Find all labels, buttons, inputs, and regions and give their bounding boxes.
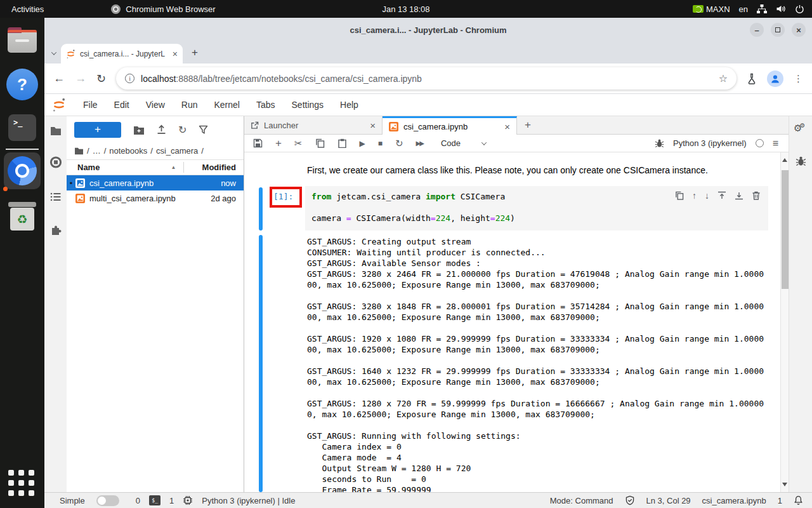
- new-launcher-button[interactable]: +: [74, 122, 121, 138]
- maximize-button[interactable]: [771, 23, 785, 37]
- minimize-button[interactable]: –: [750, 23, 764, 37]
- keyboard-layout-indicator[interactable]: en: [739, 4, 748, 14]
- current-file-name[interactable]: csi_camera.ipynb: [702, 496, 766, 505]
- debugger-bug-icon[interactable]: [655, 138, 664, 148]
- input-collapser[interactable]: [259, 187, 263, 231]
- breadcrumb-item[interactable]: notebooks: [109, 146, 147, 156]
- activities-button[interactable]: Activities: [0, 0, 55, 18]
- nvidia-power-mode[interactable]: MAXN: [693, 4, 730, 14]
- command-mode-indicator[interactable]: Mode: Command: [550, 496, 613, 505]
- chromium-app-icon[interactable]: [4, 152, 41, 189]
- site-info-icon[interactable]: i: [125, 74, 134, 83]
- file-row[interactable]: multi_csi_camera.ipynb2d ago: [67, 190, 244, 206]
- focused-app-indicator[interactable]: Chromium Web Browser: [111, 4, 215, 14]
- notebook-scrollbar[interactable]: [780, 152, 789, 492]
- menu-kernel[interactable]: Kernel: [206, 100, 247, 110]
- terminals-count[interactable]: 0: [136, 496, 140, 505]
- power-icon[interactable]: [795, 4, 804, 14]
- volume-icon[interactable]: [776, 4, 786, 13]
- menu-file[interactable]: File: [75, 100, 106, 110]
- menu-help[interactable]: Help: [332, 100, 367, 110]
- terminal-app-icon[interactable]: >_: [8, 114, 36, 141]
- notifications-count[interactable]: 1: [778, 496, 782, 505]
- filter-icon[interactable]: [199, 125, 208, 135]
- insert-cell-above-icon[interactable]: [717, 191, 726, 200]
- profile-avatar[interactable]: [767, 70, 783, 87]
- new-folder-icon[interactable]: [133, 125, 145, 135]
- labs-flask-icon[interactable]: [747, 73, 757, 84]
- tab-close-icon[interactable]: ×: [370, 121, 376, 130]
- running-sessions-icon[interactable]: [49, 156, 62, 168]
- cursor-position[interactable]: Ln 3, Col 29: [646, 496, 691, 505]
- browser-tab[interactable]: csi_camera.i... - JupyterL ×: [61, 44, 183, 64]
- forward-button[interactable]: →: [75, 72, 86, 85]
- file-browser-tab-icon[interactable]: [50, 126, 62, 136]
- table-of-contents-icon[interactable]: [50, 192, 62, 201]
- tab-csi-camera-notebook[interactable]: csi_camera.ipynb ×: [383, 116, 517, 135]
- restart-kernel-icon[interactable]: ↻: [395, 138, 403, 149]
- tab-close-icon[interactable]: ×: [504, 122, 510, 131]
- network-icon[interactable]: [757, 4, 767, 13]
- kernel-status-text[interactable]: Python 3 (ipykernel) | Idle: [202, 496, 295, 505]
- cell-type-dropdown[interactable]: Code: [441, 138, 486, 148]
- interrupt-kernel-icon[interactable]: ■: [378, 139, 383, 148]
- cut-cells-icon[interactable]: ✂: [294, 138, 303, 149]
- url-text[interactable]: localhost:8888/lab/tree/jetcam/notebooks…: [141, 74, 712, 84]
- insert-cell-icon[interactable]: +: [275, 137, 282, 150]
- notebook-content[interactable]: First, we create our camera class like t…: [244, 152, 789, 492]
- copy-cells-icon[interactable]: [315, 138, 325, 148]
- toolbar-menu-icon[interactable]: ≡: [773, 138, 778, 149]
- column-name[interactable]: Name: [67, 163, 100, 172]
- window-titlebar[interactable]: csi_camera.i... - JupyterLab - Chromium …: [44, 18, 812, 42]
- file-list-header[interactable]: Name ▲ Modified: [67, 159, 244, 175]
- save-icon[interactable]: [253, 138, 263, 148]
- menu-tabs[interactable]: Tabs: [248, 100, 284, 110]
- scroll-up-arrow[interactable]: [782, 158, 787, 162]
- property-inspector-icon[interactable]: ⚙⚙: [794, 123, 808, 134]
- upload-icon[interactable]: [157, 124, 166, 135]
- menu-settings[interactable]: Settings: [284, 100, 332, 110]
- move-cell-up-icon[interactable]: ↑: [692, 190, 697, 201]
- paste-cells-icon[interactable]: [337, 138, 347, 148]
- breadcrumb-item[interactable]: csi_camera: [156, 146, 198, 156]
- bookmark-star-icon[interactable]: ☆: [719, 72, 728, 84]
- restart-run-all-icon[interactable]: ▶▶: [416, 140, 423, 147]
- breadcrumb-item[interactable]: …: [93, 146, 101, 156]
- kernel-name[interactable]: Python 3 (ipykernel): [673, 138, 747, 148]
- column-modified[interactable]: Modified: [202, 163, 244, 172]
- duplicate-cell-icon[interactable]: [675, 191, 684, 200]
- help-app-icon[interactable]: ?: [6, 69, 38, 100]
- tab-close-icon[interactable]: ×: [173, 50, 178, 58]
- kernel-idle-icon[interactable]: [756, 139, 764, 147]
- bell-icon[interactable]: [794, 495, 803, 505]
- file-row[interactable]: •csi_camera.ipynbnow: [67, 175, 244, 190]
- run-cell-icon[interactable]: ▶: [360, 139, 365, 148]
- files-app-icon[interactable]: [8, 27, 37, 53]
- trash-app-icon[interactable]: ♻: [8, 202, 36, 231]
- omnibox[interactable]: i localhost:8888/lab/tree/jetcam/noteboo…: [116, 67, 737, 90]
- menu-run[interactable]: Run: [173, 100, 206, 110]
- debugger-sidebar-icon[interactable]: [796, 156, 806, 166]
- refresh-icon[interactable]: ↻: [178, 124, 187, 136]
- tab-launcher[interactable]: Launcher ×: [244, 116, 383, 134]
- scroll-down-arrow[interactable]: [782, 483, 787, 486]
- close-button[interactable]: ×: [792, 23, 806, 37]
- show-applications-button[interactable]: [8, 470, 36, 498]
- kernels-count[interactable]: 1: [169, 496, 174, 505]
- menu-view[interactable]: View: [138, 100, 173, 110]
- extension-manager-icon[interactable]: [50, 225, 62, 237]
- delete-cell-icon[interactable]: [752, 191, 761, 200]
- tab-search-button[interactable]: [52, 46, 56, 58]
- simple-mode-toggle[interactable]: [96, 495, 119, 506]
- reload-button[interactable]: ↻: [96, 72, 106, 86]
- scrollbar-thumb[interactable]: [782, 170, 789, 289]
- trust-shield-icon[interactable]: [625, 495, 635, 505]
- output-collapser[interactable]: [259, 235, 263, 492]
- browser-menu-icon[interactable]: ⋮: [794, 73, 803, 84]
- new-document-tab-button[interactable]: +: [517, 116, 539, 134]
- back-button[interactable]: ←: [53, 72, 65, 85]
- new-tab-button[interactable]: +: [192, 46, 198, 59]
- home-folder-icon[interactable]: [74, 147, 84, 155]
- insert-cell-below-icon[interactable]: [735, 191, 743, 200]
- move-cell-down-icon[interactable]: ↓: [705, 190, 709, 201]
